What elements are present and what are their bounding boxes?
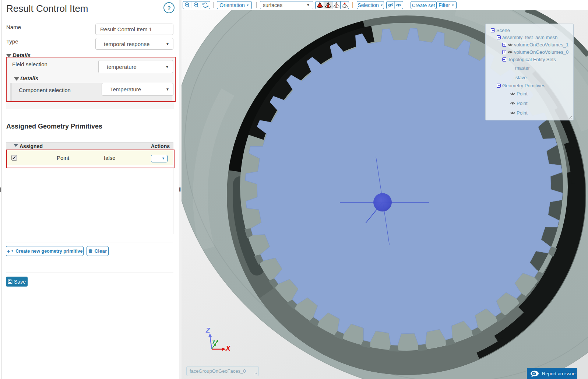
svg-text:y: y [212,339,215,344]
svg-text:Z: Z [205,326,211,334]
svg-text:X: X [225,344,231,352]
